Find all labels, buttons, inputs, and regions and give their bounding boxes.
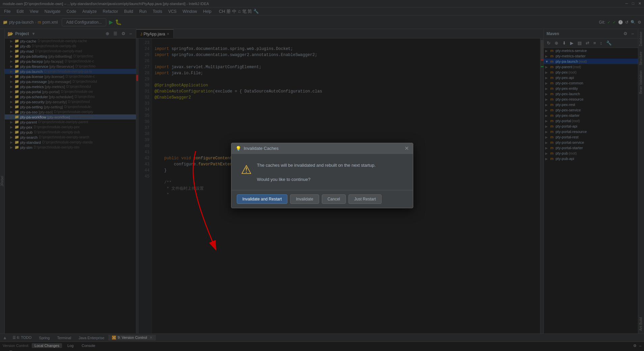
modal-footer: Invalidate and Restart Invalidate Cancel… xyxy=(231,190,413,208)
modal-message1: The caches will be invalidated and rebui… xyxy=(257,162,376,169)
modal-title-text: Invalidate Caches xyxy=(244,146,279,151)
just-restart-button[interactable]: Just Restart xyxy=(348,194,382,204)
modal-title-bar: 💡 Invalidate Caches ✕ xyxy=(231,143,413,154)
modal-message2: Would you like to continue? xyxy=(257,176,376,183)
invalidate-button[interactable]: Invalidate xyxy=(290,194,319,204)
warning-icon: ⚠ xyxy=(241,163,252,177)
invalidate-restart-button[interactable]: Invalidate and Restart xyxy=(237,194,288,204)
modal-idea-icon: 💡 xyxy=(235,146,241,151)
modal-close-button[interactable]: ✕ xyxy=(404,145,409,152)
modal-text: The caches will be invalidated and rebui… xyxy=(257,162,376,183)
modal-overlay[interactable]: 💡 Invalidate Caches ✕ ⚠ The caches will … xyxy=(0,0,644,351)
cancel-button[interactable]: Cancel xyxy=(322,194,346,204)
modal-body: ⚠ The caches will be invalidated and reb… xyxy=(231,154,413,190)
invalidate-caches-modal: 💡 Invalidate Caches ✕ ⚠ The caches will … xyxy=(231,143,413,208)
